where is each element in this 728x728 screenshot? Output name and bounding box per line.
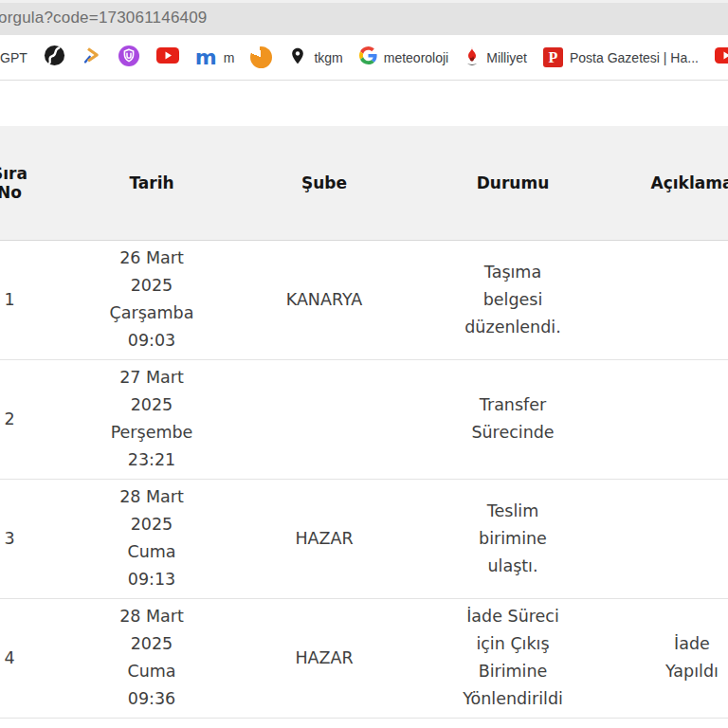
page-top-whitespace	[0, 81, 728, 126]
cell-aciklama	[638, 479, 728, 598]
cell-aciklama: İade Yapıldı	[638, 598, 728, 718]
bookmark-label: GPT	[0, 50, 27, 65]
cell-sube: KANARYA	[261, 240, 388, 359]
cell-sira-no: 2	[0, 359, 43, 479]
shipment-tracking-table: Sıra No Tarih Şube Durumu Açıklama 1 26 …	[0, 126, 728, 719]
cell-sube: HAZAR	[261, 479, 388, 598]
orange-moon-icon	[250, 46, 272, 68]
bookmark-milliyet[interactable]: Milliyet	[464, 46, 527, 69]
header-tarih: Tarih	[43, 126, 261, 240]
bookmark-m-site[interactable]: m m	[195, 48, 235, 67]
header-sube: Şube	[261, 126, 388, 240]
letter-p-icon: P	[543, 47, 563, 67]
cell-durumu: Transfer Sürecinde	[388, 359, 638, 479]
youtube-icon	[715, 47, 728, 67]
table-row: 3 28 Mart 2025 Cuma 09:13 HAZAR Teslim b…	[0, 479, 728, 598]
cell-tarih: 28 Mart 2025 Cuma 09:13	[43, 479, 261, 598]
cell-sira-no: 1	[0, 240, 43, 359]
bookmark-youtube-2[interactable]	[715, 47, 728, 67]
table-row: 4 28 Mart 2025 Cuma 09:36 HAZAR İade Sür…	[0, 598, 728, 718]
bookmark-label: m	[224, 50, 235, 65]
cell-durumu: Teslim birimine ulaştı.	[388, 479, 638, 598]
cell-tarih: 26 Mart 2025 Çarşamba 09:03	[43, 240, 261, 359]
cell-aciklama	[638, 240, 728, 359]
url-text[interactable]: orgula?code=173061146409	[0, 9, 208, 27]
letter-m-icon: m	[195, 48, 217, 67]
bookmark-chatgpt[interactable]: GPT	[0, 50, 27, 65]
bookmark-globe-site[interactable]	[44, 45, 65, 70]
bookmark-youtube[interactable]	[156, 47, 179, 67]
bookmark-label: Posta Gazetesi | Ha...	[570, 50, 699, 65]
bookmark-label: Milliyet	[486, 50, 527, 65]
bookmark-shield-site[interactable]	[118, 45, 140, 71]
bookmark-label: meteoroloji	[384, 50, 448, 65]
google-g-icon	[359, 46, 377, 68]
cell-sira-no: 4	[0, 598, 43, 718]
bookmark-posta-gazetesi[interactable]: P Posta Gazetesi | Ha...	[543, 47, 699, 67]
map-pin-icon	[288, 46, 307, 69]
header-aciklama: Açıklama	[638, 126, 728, 240]
table-row: 1 26 Mart 2025 Çarşamba 09:03 KANARYA Ta…	[0, 240, 728, 359]
gold-arrow-icon	[82, 46, 101, 69]
cell-tarih: 27 Mart 2025 Perşembe 23:21	[43, 359, 261, 479]
table-row: 2 27 Mart 2025 Perşembe 23:21 Transfer S…	[0, 359, 728, 479]
cell-durumu: İade Süreci için Çıkış Birimine Yönlendi…	[388, 598, 638, 718]
purple-shield-icon	[118, 45, 140, 71]
cell-aciklama	[638, 359, 728, 479]
browser-address-bar: orgula?code=173061146409	[0, 0, 728, 35]
globe-icon	[44, 45, 65, 70]
header-durumu: Durumu	[388, 126, 638, 240]
cell-sube	[261, 359, 388, 479]
cell-sira-no: 3	[0, 479, 43, 598]
table-header-row: Sıra No Tarih Şube Durumu Açıklama	[0, 126, 728, 240]
cell-sube: HAZAR	[261, 598, 388, 718]
cell-durumu: Taşıma belgesi düzenlendi.	[388, 240, 638, 359]
flame-icon	[464, 46, 480, 69]
table-viewport: Sıra No Tarih Şube Durumu Açıklama 1 26 …	[0, 126, 728, 719]
bookmark-moon-site[interactable]	[250, 46, 272, 68]
cell-tarih: 28 Mart 2025 Cuma 09:36	[43, 598, 261, 718]
bookmark-label: tkgm	[314, 50, 342, 65]
bookmark-tkgm[interactable]: tkgm	[288, 46, 342, 69]
youtube-icon	[156, 47, 179, 67]
bookmark-arrow-site[interactable]	[82, 46, 101, 69]
bookmark-meteoroloji[interactable]: meteoroloji	[359, 46, 448, 68]
header-sira-no: Sıra No	[0, 126, 43, 240]
bookmarks-bar: GPT	[0, 35, 728, 81]
